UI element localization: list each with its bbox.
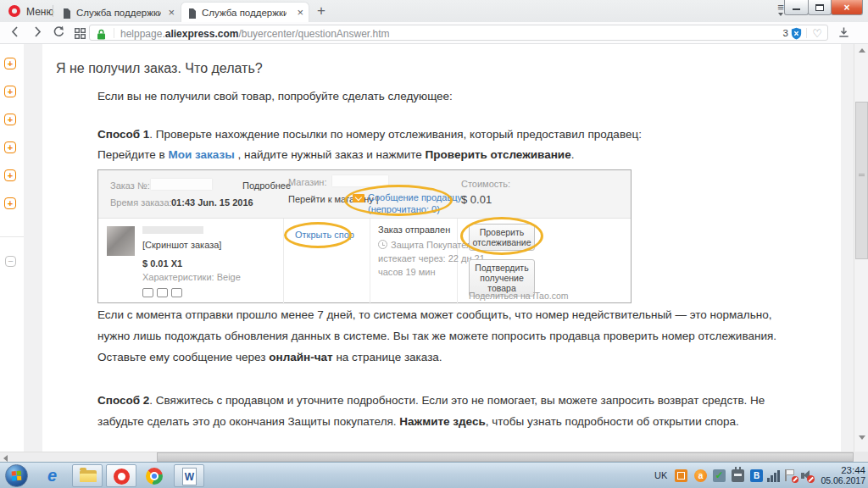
tab-support-2-active[interactable]: Служба поддержки AliExp × [181, 3, 309, 22]
tab-close-icon[interactable]: × [168, 6, 175, 19]
opera-logo-icon[interactable] [8, 5, 20, 17]
date: 05.06.2017 [821, 475, 865, 485]
expand-plus-icon[interactable]: + [4, 141, 16, 153]
cost-label: Стоимость: [461, 179, 510, 189]
blocked-count: 3 [783, 28, 788, 38]
tab-support-1[interactable]: Служба поддержки AliExp × [56, 3, 180, 22]
scroll-down-arrow[interactable] [859, 435, 865, 440]
vertical-scroll-thumb[interactable] [855, 102, 868, 259]
product-caption: [Скриншот заказа] [142, 240, 221, 250]
expand-plus-icon[interactable]: + [4, 58, 16, 69]
chrome-icon[interactable] [146, 468, 163, 485]
expand-plus-icon[interactable]: + [4, 197, 16, 209]
scroll-up-arrow[interactable] [859, 48, 865, 53]
secure-lock-icon[interactable] [97, 28, 106, 43]
note-line2: нужно лишь подождать обновления данных в… [97, 330, 776, 342]
my-orders-link[interactable]: Мои заказы [168, 148, 234, 161]
buyer-protection-3: часов 19 мин [378, 267, 436, 277]
shipping-icon [142, 288, 153, 297]
product-attributes: Характеристики: Beige [142, 272, 241, 282]
close-window-button[interactable]: × [831, 0, 863, 15]
tab-close-icon[interactable]: × [297, 6, 303, 19]
word-taskbar-button[interactable]: W [174, 464, 204, 487]
reload-button[interactable] [53, 25, 65, 42]
page-doc-icon [188, 7, 197, 22]
product-thumbnail [107, 226, 135, 256]
opera-menu-button[interactable]: Меню [26, 6, 53, 18]
method2-line2: забудьте сделать это до окончания Защиты… [97, 415, 739, 428]
method1-line2: Перейдите в Мои заказы , найдите нужный … [97, 148, 574, 161]
address-toolbar: helppage.aliexpress.com/buyercenter/ques… [0, 22, 868, 44]
opera-icon [114, 469, 130, 485]
screen: Меню Служба поддержки AliExp × Служба по… [0, 0, 868, 488]
action-center-flag-icon[interactable] [784, 469, 797, 482]
share-itao-text: Поделиться на iTao.com [469, 291, 568, 301]
divider [0, 236, 24, 237]
time: 23:44 [821, 465, 865, 475]
opera-taskbar-button[interactable] [106, 464, 136, 487]
product-mini-icons [142, 286, 186, 301]
details-link: Подробнее [242, 180, 291, 191]
card-icon [157, 288, 168, 297]
order-status: Заказ отправлен [378, 225, 450, 235]
clock-icon [378, 240, 387, 249]
adblock-shield-icon[interactable] [791, 27, 802, 43]
speed-dial-button[interactable] [75, 27, 86, 42]
horizontal-scrollbar[interactable] [0, 452, 854, 462]
windows-taskbar: e W UK a ✓ B 23:44 05.06.2017 [0, 462, 868, 488]
bookmark-heart-icon[interactable]: ♡ [812, 27, 822, 40]
minimize-button[interactable] [784, 0, 809, 15]
collapse-minus-icon[interactable]: − [5, 256, 16, 267]
order-screenshot-image: Заказ №: Подробнее Время заказа: 01:43 J… [97, 169, 632, 303]
highlight-ellipse-dispute [284, 222, 352, 248]
scrollbar-corner [854, 452, 868, 462]
tray-clock[interactable]: 23:44 05.06.2017 [821, 465, 865, 485]
expand-plus-icon[interactable]: + [4, 114, 16, 125]
divider [806, 28, 807, 38]
price-quantity: $ 0.01 X1 [142, 258, 182, 269]
method1-line1: Способ 1. Проверьте нахождение посылки п… [97, 128, 642, 141]
divider [283, 219, 284, 304]
page-doc-icon [63, 7, 71, 22]
tag-icon [171, 288, 182, 297]
file-explorer-button[interactable] [72, 464, 103, 487]
new-tab-button[interactable]: + [317, 3, 326, 19]
highlight-ellipse-track [460, 217, 543, 255]
divider [114, 28, 114, 38]
order-time-label: Время заказа: [110, 197, 172, 208]
vertical-scrollbar[interactable] [854, 44, 868, 452]
expand-plus-icon[interactable]: + [4, 86, 16, 97]
help-article: Я не получил заказ. Что делать? Если вы … [42, 44, 841, 452]
antivirus-icon[interactable]: a [694, 469, 707, 482]
power-plug-icon[interactable] [732, 469, 744, 482]
tray-app-icon[interactable] [675, 469, 687, 482]
language-indicator[interactable]: UK [654, 470, 667, 480]
back-button[interactable] [8, 25, 22, 42]
volume-muted-icon[interactable] [801, 469, 814, 482]
internet-explorer-icon[interactable]: e [47, 466, 57, 485]
address-bar[interactable]: helppage.aliexpress.com/buyercenter/ques… [89, 25, 828, 41]
word-icon: W [182, 468, 197, 485]
forward-button[interactable] [31, 25, 44, 42]
redacted-product-title [142, 226, 203, 234]
security-check-icon[interactable]: ✓ [713, 469, 726, 482]
expand-plus-icon[interactable]: + [4, 169, 16, 181]
start-button[interactable] [5, 464, 28, 487]
scroll-left-arrow[interactable] [3, 455, 8, 462]
download-icon[interactable] [837, 26, 850, 42]
store-label: Магазин: [288, 177, 327, 187]
divider [53, 5, 53, 17]
network-signal-icon[interactable] [767, 469, 780, 482]
tab-title: Служба поддержки AliExp [202, 8, 287, 18]
url-text: helppage.aliexpress.com/buyercenter/ques… [120, 28, 390, 40]
note-line3: Оставьте ему сообщение через онлайн-чат … [97, 351, 442, 363]
click-here-link[interactable]: Нажмите здесь [399, 415, 485, 428]
order-time-value: 01:43 Jun. 15 2016 [171, 197, 253, 208]
order-header: Заказ №: Подробнее Время заказа: 01:43 J… [98, 170, 631, 219]
blue-b-app-icon[interactable]: B [750, 469, 763, 482]
method2-line1: Способ 2. Свяжитесь с продавцом и уточни… [97, 394, 765, 407]
intro-text: Если вы не получили свой товар, попробуй… [97, 90, 453, 103]
maximize-button[interactable] [808, 0, 832, 15]
horizontal-scroll-thumb[interactable] [157, 452, 854, 462]
window-controls: × [785, 0, 863, 15]
